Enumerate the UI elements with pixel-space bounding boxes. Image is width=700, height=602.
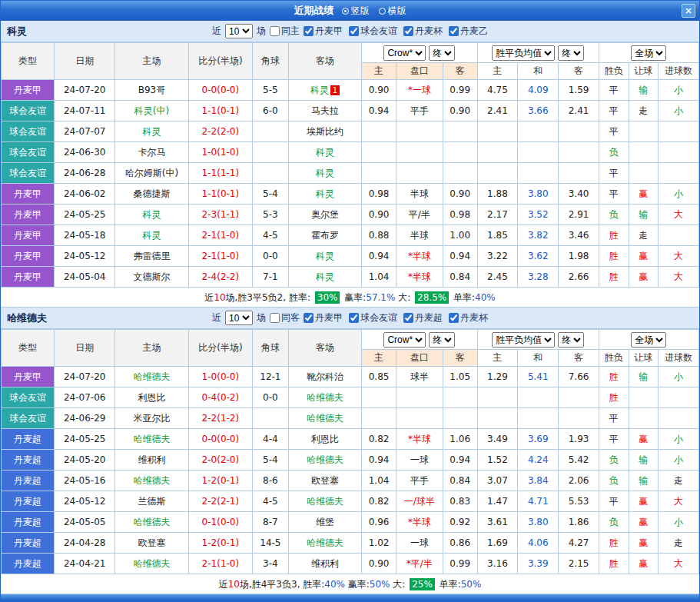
handicap-result-cell: 赢 <box>629 246 659 267</box>
score-cell: 1-0(0-0) <box>188 367 252 387</box>
same-venue-filter[interactable]: 同主 <box>270 25 300 38</box>
handicap-result-cell: 赢 <box>629 491 659 512</box>
avg-time-select[interactable]: 终 <box>558 45 584 61</box>
col-score: 比分(半场) <box>188 43 252 80</box>
avg-metric-select[interactable]: 胜平负均值 <box>492 332 555 348</box>
avg-away-cell <box>559 163 599 184</box>
result-cell: 平 <box>599 80 629 101</box>
away-team-cell: 维积利 <box>288 554 361 574</box>
handicap-result-cell: 走 <box>629 101 659 121</box>
result-cell: 平 <box>599 491 629 512</box>
league-filter[interactable]: 球会友谊 <box>349 311 397 324</box>
avg-metric-select[interactable]: 胜平负均值 <box>492 45 555 61</box>
games-label: 场 <box>257 25 266 38</box>
radio-unselected-icon <box>379 8 386 15</box>
avg-draw-cell: 3.84 <box>518 471 559 491</box>
col-corner: 角球 <box>253 330 289 367</box>
col-avg-home: 主 <box>477 63 518 80</box>
match-row: 球会友谊 24-06-28 哈尔姆斯(中) 1-1(1-1) 科灵 平 <box>2 163 699 184</box>
horizontal-layout-radio[interactable]: 横版 <box>379 5 406 18</box>
home-team-cell: 欧登塞 <box>115 533 188 554</box>
league-checkbox[interactable] <box>449 26 459 36</box>
recent-count-select[interactable]: 10 <box>225 311 253 325</box>
result-cell: 平 <box>599 101 629 121</box>
handicap-cell: *半球 <box>396 246 443 267</box>
handicap-result-cell: 赢 <box>629 184 659 205</box>
col-avg-draw: 和 <box>518 63 559 80</box>
odds-header: Crow* 终 <box>362 330 477 350</box>
col-corner: 角球 <box>253 43 289 80</box>
match-row: 球会友谊 24-07-07 科灵 2-2(2-0) 埃斯比约 平 <box>2 121 699 142</box>
league-checkbox[interactable] <box>349 313 359 323</box>
league-filter[interactable]: 丹麦甲 <box>304 25 343 38</box>
league-checkbox[interactable] <box>403 313 413 323</box>
period-select[interactable]: 全场 <box>631 45 666 61</box>
same-venue-filter[interactable]: 同客 <box>270 311 300 324</box>
away-team-name: 科灵 <box>310 85 329 95</box>
league-filter[interactable]: 丹麦超 <box>403 311 443 324</box>
layout-radio-group: 竖版 横版 <box>342 5 406 18</box>
odds-time-select[interactable]: 终 <box>429 332 455 348</box>
match-row: 球会友谊 24-06-29 米亚尔比 2-2(1-2) 哈维德夫 平 <box>2 408 699 429</box>
avg-home-cell <box>477 387 518 408</box>
away-team-name: 维堡 <box>316 517 334 527</box>
league-type-cell: 球会友谊 <box>2 408 55 429</box>
goals-result-cell: 大 <box>659 554 699 574</box>
home-team-cell: 哈维德夫 <box>115 512 188 533</box>
league-checkbox[interactable] <box>304 26 314 36</box>
match-row: 丹麦甲 24-05-25 科灵 2-3(1-1) 5-3 奥尔堡 0.90 平/… <box>2 205 699 225</box>
date-cell: 24-05-18 <box>55 225 115 246</box>
away-team-cell: 靴尔科治 <box>288 367 361 387</box>
recent-count-select[interactable]: 10 <box>225 24 253 38</box>
league-checkbox[interactable] <box>349 26 359 36</box>
avg-home-cell <box>477 408 518 429</box>
league-label: 丹麦甲 <box>315 311 343 324</box>
league-checkbox[interactable] <box>304 313 314 323</box>
league-checkbox[interactable] <box>449 313 459 323</box>
close-icon[interactable]: × <box>682 4 695 18</box>
summary-segment: 10 <box>228 579 240 590</box>
summary-segment: 场,胜4平3负3, 胜率: <box>240 579 324 590</box>
avg-draw-cell: 3.39 <box>518 554 559 574</box>
score-cell: 0-1(0-0) <box>188 512 252 533</box>
same-away-checkbox[interactable] <box>270 313 280 323</box>
avg-home-cell: 1.88 <box>477 184 518 205</box>
home-team-cell: 文德斯尔 <box>115 267 188 288</box>
away-team-cell: 科灵 <box>288 142 361 163</box>
home-team-cell: 科灵(中) <box>115 101 188 121</box>
league-filter[interactable]: 球会友谊 <box>349 25 397 38</box>
handicap-cell: 一球 <box>396 450 443 471</box>
summary-segment: 赢率: <box>345 579 370 590</box>
home-team-cell: 米亚尔比 <box>115 408 188 429</box>
period-select[interactable]: 全场 <box>631 332 666 348</box>
league-filter[interactable]: 丹麦杯 <box>403 25 443 38</box>
away-team-cell: 埃斯比约 <box>288 121 361 142</box>
league-filter[interactable]: 丹麦杯 <box>449 311 488 324</box>
odds-away-cell: 1.05 <box>443 367 477 387</box>
away-team-name: 科灵 <box>316 251 334 261</box>
away-team-name: 科灵 <box>316 188 334 199</box>
away-team-cell: 维堡 <box>288 512 361 533</box>
league-filter[interactable]: 丹麦乙 <box>449 25 488 38</box>
avg-time-select[interactable]: 终 <box>558 332 584 348</box>
score-cell: 2-0(2-0) <box>188 450 252 471</box>
odds-provider-select[interactable]: Crow* <box>383 332 426 348</box>
handicap-result-cell: 走 <box>629 225 659 246</box>
league-filter[interactable]: 丹麦甲 <box>304 311 343 324</box>
handicap-result-cell: 赢 <box>629 554 659 574</box>
goals-result-cell <box>659 163 699 184</box>
avg-draw-cell: 3.80 <box>518 184 559 205</box>
score-cell: 2-4(2-2) <box>188 267 252 288</box>
league-checkbox[interactable] <box>403 26 413 36</box>
same-home-checkbox[interactable] <box>270 26 280 36</box>
away-team-name: 哈维德夫 <box>307 413 343 424</box>
odds-provider-select[interactable]: Crow* <box>383 45 426 61</box>
odds-time-select[interactable]: 终 <box>429 45 455 61</box>
avg-home-cell: 3.16 <box>477 554 518 574</box>
away-team-name: 维积利 <box>311 558 339 569</box>
league-type-cell: 球会友谊 <box>2 142 55 163</box>
avg-home-cell: 2.41 <box>477 101 518 121</box>
vertical-layout-radio[interactable]: 竖版 <box>342 5 370 18</box>
corner-cell: 8-7 <box>253 512 289 533</box>
avg-away-cell: 3.40 <box>559 184 599 205</box>
